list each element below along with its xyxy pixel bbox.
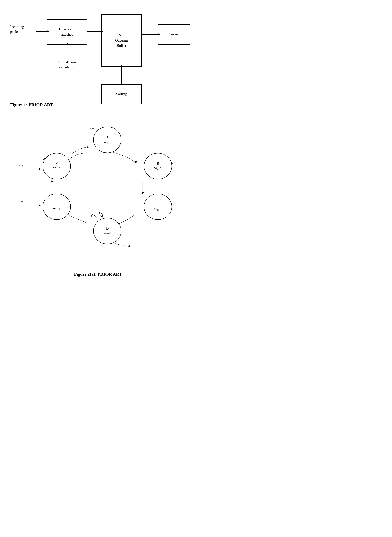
node-F-weight: WF=2 [53, 166, 60, 171]
node-E-weight: WE=1 [53, 207, 60, 212]
svg-marker-28 [141, 192, 144, 195]
node-B-weight: WB=2 [154, 166, 162, 171]
figure1-arrows [10, 8, 186, 114]
node-E-label: E [56, 201, 58, 207]
svg-text:100: 100 [90, 126, 94, 129]
node-F: F WF=2 [42, 153, 71, 179]
vc-queuing-box: VCQueuingBuffer [101, 14, 142, 67]
figure2-caption: Figure 2(a): PRIOR ART [10, 271, 186, 277]
incoming-packets-label: Incomingpackets [10, 24, 24, 34]
node-C-weight: WC=1 [154, 207, 162, 212]
server-box: Server [158, 24, 190, 45]
node-E: E WE=1 [42, 194, 71, 220]
node-C: C WC=1 [144, 194, 172, 220]
virtual-time-box: Virtual Timecalculation [47, 55, 88, 75]
sorting-box: Sorting [101, 84, 142, 104]
page: Incomingpackets Time Stampattached Virtu… [0, 0, 196, 285]
svg-marker-27 [135, 161, 137, 164]
node-D-label: D [106, 226, 109, 231]
node-B-label: B [157, 161, 159, 166]
svg-marker-20 [39, 204, 41, 206]
svg-marker-32 [51, 180, 53, 182]
node-B: B WB=2 [144, 153, 172, 179]
node-D: D WD=3 [93, 218, 121, 244]
svg-text:100: 100 [19, 201, 24, 204]
node-D-weight: WD=3 [104, 231, 111, 236]
node-A: A WA=3 [93, 127, 121, 153]
node-C-label: C [157, 201, 159, 207]
timestamp-box: Time Stampattached [47, 19, 88, 45]
figure1-container: Incomingpackets Time Stampattached Virtu… [10, 8, 186, 114]
svg-marker-26 [87, 146, 89, 148]
svg-text:100: 100 [19, 165, 24, 168]
node-F-label: F [56, 161, 58, 166]
node-A-weight: WA=3 [104, 140, 111, 145]
figure1-caption: Figure 1: PRIOR ART [10, 102, 53, 107]
svg-text:100: 100 [125, 245, 130, 248]
svg-marker-22 [39, 168, 41, 170]
figure2-container: 100 100 100 100 100 100 [10, 118, 186, 270]
node-A-label: A [106, 135, 109, 140]
svg-marker-30 [102, 215, 104, 217]
